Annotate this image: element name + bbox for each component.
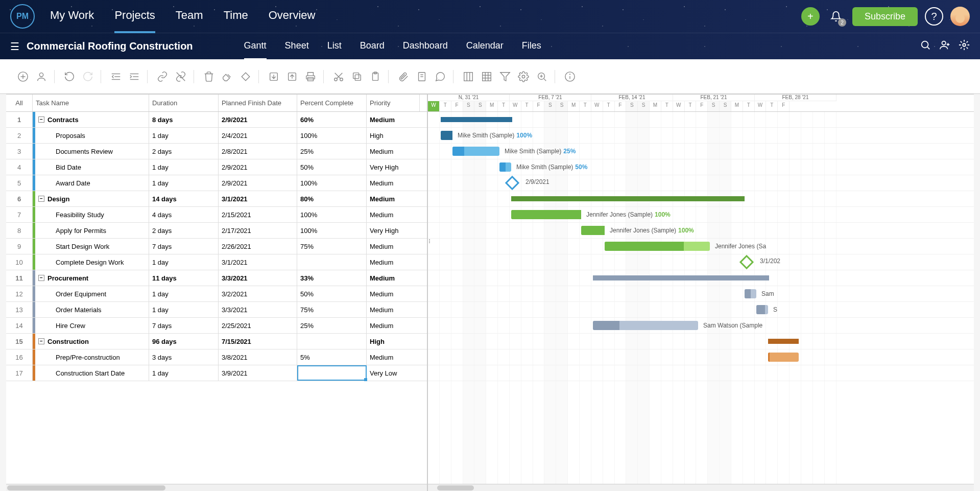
cell-duration[interactable]: 11 days bbox=[149, 270, 219, 286]
subscribe-button[interactable]: Subscribe bbox=[852, 7, 918, 26]
col-finish[interactable]: Planned Finish Date bbox=[219, 95, 297, 111]
tab-files[interactable]: Files bbox=[522, 33, 541, 60]
cell-percent[interactable]: 100% bbox=[297, 207, 367, 222]
cell-task-name[interactable]: − Procurement bbox=[35, 270, 149, 286]
notes-icon[interactable] bbox=[415, 70, 428, 83]
info-icon[interactable] bbox=[563, 70, 577, 83]
gantt-summary-bar[interactable] bbox=[441, 117, 512, 122]
print-icon[interactable] bbox=[304, 70, 317, 83]
task-row[interactable]: 1 − Contracts 8 days 2/9/2021 60% Medium bbox=[6, 112, 427, 128]
col-all[interactable]: All bbox=[6, 95, 33, 111]
comment-icon[interactable] bbox=[434, 70, 447, 83]
columns-icon[interactable] bbox=[462, 70, 475, 83]
row-number[interactable]: 3 bbox=[6, 144, 33, 159]
task-row[interactable]: 6 − Design 14 days 3/1/2021 80% Medium bbox=[6, 191, 427, 207]
cell-finish[interactable]: 2/15/2021 bbox=[219, 207, 297, 222]
cell-priority[interactable]: Medium bbox=[367, 112, 420, 127]
paste-icon[interactable] bbox=[369, 70, 382, 83]
cell-percent-editing[interactable] bbox=[297, 365, 367, 381]
gantt-h-scrollbar[interactable] bbox=[428, 484, 974, 491]
cut-icon[interactable] bbox=[332, 70, 345, 83]
gantt-row[interactable]: 3/1/202 bbox=[428, 254, 974, 270]
cell-duration[interactable]: 8 days bbox=[149, 112, 219, 127]
add-task-icon[interactable] bbox=[16, 70, 30, 83]
cell-percent[interactable]: 100% bbox=[297, 175, 367, 191]
nav-time[interactable]: Time bbox=[224, 0, 248, 33]
cell-task-name[interactable]: Construction Start Date bbox=[35, 365, 149, 381]
notifications-button[interactable]: 2 bbox=[827, 7, 845, 26]
col-name[interactable]: Task Name bbox=[33, 95, 149, 111]
cell-priority[interactable]: Medium bbox=[367, 191, 420, 206]
cell-task-name[interactable]: − Construction bbox=[35, 334, 149, 349]
import-icon[interactable] bbox=[267, 70, 280, 83]
cell-priority[interactable]: Very High bbox=[367, 159, 420, 175]
gantt-row[interactable]: Mike Smith (Sample)25% bbox=[428, 144, 974, 159]
row-number[interactable]: 1 bbox=[6, 112, 33, 127]
cell-task-name[interactable]: Hire Crew bbox=[35, 318, 149, 333]
tab-gantt[interactable]: Gantt bbox=[244, 33, 267, 60]
gantt-task-bar[interactable] bbox=[768, 353, 799, 362]
gantt-milestone[interactable] bbox=[505, 176, 519, 190]
cell-task-name[interactable]: Prep/Pre-construction bbox=[35, 349, 149, 365]
cell-finish[interactable]: 3/1/2021 bbox=[219, 191, 297, 206]
row-number[interactable]: 15 bbox=[6, 334, 33, 349]
cell-finish[interactable]: 3/9/2021 bbox=[219, 365, 297, 381]
task-row[interactable]: 3 Documents Review 2 days 2/8/2021 25% M… bbox=[6, 144, 427, 159]
cell-task-name[interactable]: Order Materials bbox=[35, 302, 149, 317]
task-row[interactable]: 11 − Procurement 11 days 3/3/2021 33% Me… bbox=[6, 270, 427, 286]
grid-body[interactable]: 1 − Contracts 8 days 2/9/2021 60% Medium… bbox=[6, 112, 427, 484]
logo[interactable]: PM bbox=[10, 4, 35, 29]
cell-finish[interactable]: 2/9/2021 bbox=[219, 175, 297, 191]
gantt-row[interactable]: 2/9/2021 bbox=[428, 175, 974, 191]
gantt-summary-bar[interactable] bbox=[593, 275, 769, 280]
collapse-icon[interactable]: − bbox=[38, 116, 44, 123]
cell-duration[interactable]: 1 day bbox=[149, 128, 219, 143]
link-icon[interactable] bbox=[156, 70, 169, 83]
cell-duration[interactable]: 1 day bbox=[149, 175, 219, 191]
cell-duration[interactable]: 2 days bbox=[149, 223, 219, 238]
gantt-task-bar[interactable]: Sam Watson (Sample bbox=[593, 321, 698, 330]
export-icon[interactable] bbox=[285, 70, 299, 83]
add-button[interactable]: + bbox=[801, 7, 820, 26]
gantt-task-bar[interactable]: S bbox=[756, 305, 768, 314]
milestone-icon[interactable] bbox=[239, 70, 252, 83]
nav-projects[interactable]: Projects bbox=[114, 0, 155, 33]
cell-duration[interactable]: 1 day bbox=[149, 302, 219, 317]
cell-finish[interactable]: 2/9/2021 bbox=[219, 112, 297, 127]
cell-duration[interactable]: 1 day bbox=[149, 159, 219, 175]
delete-icon[interactable] bbox=[202, 70, 216, 83]
task-row[interactable]: 17 Construction Start Date 1 day 3/9/202… bbox=[6, 365, 427, 381]
cell-task-name[interactable]: Complete Design Work bbox=[35, 254, 149, 270]
cell-priority[interactable]: Medium bbox=[367, 239, 420, 254]
cell-priority[interactable]: Medium bbox=[367, 270, 420, 286]
cell-percent[interactable]: 33% bbox=[297, 270, 367, 286]
task-row[interactable]: 14 Hire Crew 7 days 2/25/2021 25% Medium bbox=[6, 318, 427, 334]
cell-priority[interactable]: Medium bbox=[367, 349, 420, 365]
gantt-row[interactable]: Mike Smith (Sample)50% bbox=[428, 159, 974, 175]
task-row[interactable]: 5 Award Date 1 day 2/9/2021 100% Medium bbox=[6, 175, 427, 191]
row-number[interactable]: 5 bbox=[6, 175, 33, 191]
menu-icon[interactable]: ☰ bbox=[10, 40, 19, 53]
tab-list[interactable]: List bbox=[327, 33, 342, 60]
cell-percent[interactable] bbox=[297, 254, 367, 270]
help-button[interactable]: ? bbox=[925, 7, 943, 26]
task-row[interactable]: 9 Start Design Work 7 days 2/26/2021 75%… bbox=[6, 239, 427, 254]
cell-duration[interactable]: 7 days bbox=[149, 239, 219, 254]
cell-priority[interactable]: Medium bbox=[367, 302, 420, 317]
outdent-icon[interactable] bbox=[109, 70, 123, 83]
unlink-icon[interactable] bbox=[174, 70, 187, 83]
cell-priority[interactable]: Medium bbox=[367, 286, 420, 301]
cell-finish[interactable]: 3/1/2021 bbox=[219, 254, 297, 270]
row-number[interactable]: 14 bbox=[6, 318, 33, 333]
gantt-task-bar[interactable]: Mike Smith (Sample)25% bbox=[452, 147, 499, 156]
cell-percent[interactable]: 5% bbox=[297, 349, 367, 365]
cell-duration[interactable]: 1 day bbox=[149, 254, 219, 270]
cell-finish[interactable]: 2/17/2021 bbox=[219, 223, 297, 238]
row-number[interactable]: 13 bbox=[6, 302, 33, 317]
gear-icon[interactable] bbox=[517, 70, 530, 83]
cell-priority[interactable]: High bbox=[367, 334, 420, 349]
cell-task-name[interactable]: Feasibility Study bbox=[35, 207, 149, 222]
tab-board[interactable]: Board bbox=[360, 33, 385, 60]
gantt-row[interactable] bbox=[428, 112, 974, 128]
row-number[interactable]: 10 bbox=[6, 254, 33, 270]
